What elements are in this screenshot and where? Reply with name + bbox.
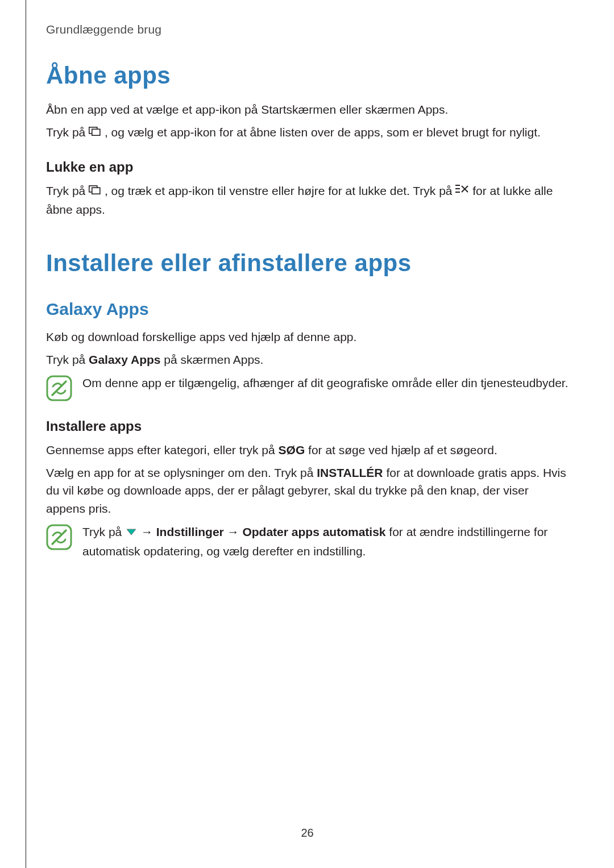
subheading-install-apps: Installere apps: [46, 418, 569, 434]
text-fragment: Tryk på: [46, 353, 89, 366]
section-title-install-apps: Installere eller afinstallere apps: [46, 250, 569, 277]
text-bold: Opdater apps automatisk: [242, 525, 385, 538]
text-fragment: Tryk på: [46, 126, 89, 139]
text-fragment: Vælg en app for at se oplysninger om den…: [46, 466, 317, 479]
note-icon: [46, 375, 72, 401]
arrow-text: →: [141, 525, 156, 538]
text-fragment: Gennemse apps efter kategori, eller tryk…: [46, 443, 279, 456]
subtitle-galaxy-apps: Galaxy Apps: [46, 300, 569, 319]
recent-apps-icon: [89, 181, 101, 200]
svg-rect-1: [92, 129, 100, 135]
svg-marker-13: [127, 529, 136, 535]
recent-apps-icon: [89, 123, 101, 141]
body-paragraph: Køb og download forskellige apps ved hjæ…: [46, 328, 569, 346]
arrow-text: →: [224, 525, 243, 538]
text-fragment: Tryk på: [46, 184, 89, 197]
body-paragraph: Tryk på , og vælg et app-ikon for at åbn…: [46, 123, 569, 142]
note-text: Tryk på → Indstillinger → Opdater apps a…: [82, 523, 569, 560]
text-bold: Galaxy Apps: [89, 353, 160, 366]
note-icon: [46, 524, 72, 550]
body-paragraph: Åbn en app ved at vælge et app-ikon på S…: [46, 101, 569, 119]
manual-page: Grundlæggende brug Åbne apps Åbn en app …: [26, 0, 588, 868]
note-block: Tryk på → Indstillinger → Opdater apps a…: [46, 523, 569, 560]
body-paragraph: Tryk på Galaxy Apps på skærmen Apps.: [46, 351, 569, 369]
subheading-close-app: Lukke en app: [46, 159, 569, 175]
text-bold: SØG: [279, 443, 305, 456]
text-fragment: for at søge ved hjælp af et søgeord.: [305, 443, 497, 456]
section-title-open-apps: Åbne apps: [46, 62, 569, 89]
note-text: Om denne app er tilgængelig, afhænger af…: [82, 374, 569, 392]
body-paragraph: Vælg en app for at se oplysninger om den…: [46, 464, 569, 518]
body-paragraph: Gennemse apps efter kategori, eller tryk…: [46, 441, 569, 459]
dropdown-arrow-icon: [125, 523, 138, 541]
text-bold: INSTALLÉR: [317, 466, 383, 479]
text-fragment: , og træk et app-ikon til venstre eller …: [105, 184, 455, 197]
page-number: 26: [26, 827, 588, 840]
svg-rect-3: [92, 188, 100, 194]
body-paragraph: Tryk på , og træk et app-ikon til venstr…: [46, 182, 569, 219]
breadcrumb: Grundlæggende brug: [46, 23, 569, 36]
close-all-icon: [455, 181, 469, 200]
text-fragment: , og vælg et app-ikon for at åbne listen…: [105, 126, 541, 139]
note-block: Om denne app er tilgængelig, afhænger af…: [46, 374, 569, 401]
text-bold: Indstillinger: [156, 525, 224, 538]
text-fragment: på skærmen Apps.: [161, 353, 264, 366]
text-fragment: Tryk på: [82, 525, 125, 538]
